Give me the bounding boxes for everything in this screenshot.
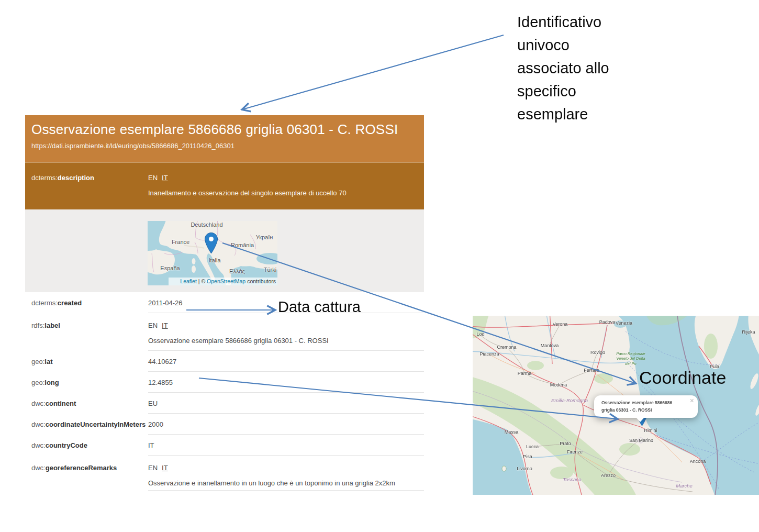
property-label: rdfs:label	[25, 313, 148, 351]
map-city-label: Parma	[518, 371, 532, 376]
map-city-label: Cremona	[497, 345, 516, 350]
lang-en: EN	[148, 174, 158, 182]
map-city-label: Venezia	[616, 320, 632, 326]
map-country-label: Deutschland	[191, 221, 222, 228]
property-prefix: dcterms:	[31, 174, 58, 182]
map-city-label: Lodi	[476, 331, 485, 337]
map-city-label: Modena	[550, 382, 567, 387]
property-name: description	[58, 174, 94, 182]
annotation-coordinate: Coordinate	[639, 368, 726, 388]
description-row: dcterms:description ENIT Inanellamento e…	[25, 162, 424, 209]
property-label: dwc:coordinateUncertaintyInMeters	[25, 420, 148, 428]
property-value: 44.10627	[148, 358, 424, 365]
property-value: 12.4855	[148, 379, 424, 386]
map-country-label: Türki	[264, 267, 276, 273]
property-row: geo:long 12.4855	[25, 372, 424, 393]
property-label: dwc:georeferenceRemarks	[25, 456, 148, 491]
property-text: Osservazione e inanellamento in un luogo…	[148, 479, 424, 487]
language-tabs: ENIT	[148, 464, 424, 472]
property-label: dwc:continent	[25, 400, 148, 407]
map-city-label: Ancona	[690, 459, 706, 464]
map-city-label: Piacenza	[479, 351, 499, 357]
map-city-label: Rijeka	[742, 329, 755, 335]
property-text: Inanellamento e osservazione del singolo…	[148, 189, 347, 197]
map-city-label: Pisa	[523, 454, 532, 459]
popup-tail	[636, 417, 644, 426]
property-label: dwc:countryCode	[25, 441, 148, 449]
property-label: dcterms:description	[25, 174, 148, 209]
map-country-label: España	[160, 265, 180, 271]
property-row: dwc:countryCode IT	[25, 435, 424, 456]
resource-card: Osservazione esemplare 5866686 griglia 0…	[25, 115, 424, 491]
arrow-identifier-line	[242, 35, 504, 109]
resource-uri: https://dati.isprambiente.it/ld/euring/o…	[31, 142, 417, 150]
map-city-label: Mantova	[541, 343, 559, 348]
property-row: dwc:coordinateUncertaintyInMeters 2000	[25, 414, 424, 435]
annotation-data-cattura: Data cattura	[278, 298, 361, 316]
property-value: EU	[148, 400, 424, 407]
map-attribution: Leaflet | © OpenStreetMap contributors	[169, 278, 277, 285]
map-city-label: San Marino	[629, 438, 653, 443]
property-label: dcterms:created	[25, 299, 148, 307]
map-city-label: Rimini	[644, 428, 657, 433]
property-value: ENIT Osservazione esemplare 5866686 grig…	[148, 313, 424, 351]
property-label: geo:lat	[25, 358, 148, 365]
property-value: ENIT Osservazione e inanellamento in un …	[148, 456, 424, 491]
leaflet-link[interactable]: Leaflet	[180, 278, 197, 284]
lang-en: EN	[148, 322, 158, 329]
map-country-label: Україн	[256, 234, 273, 240]
map-city-label: Verona	[553, 322, 568, 327]
map-marker-icon[interactable]	[204, 232, 218, 254]
property-row: dwc:georeferenceRemarks ENIT Osservazion…	[25, 456, 424, 491]
property-row: dcterms:created 2011-04-26	[25, 292, 424, 313]
property-value: IT	[148, 441, 424, 449]
map-region-label: Marche	[676, 483, 693, 489]
map-band: Deutschland France Україн România Italia…	[25, 209, 424, 292]
osm-link[interactable]: OpenStreetMap	[207, 278, 245, 284]
thumbnail-map[interactable]: Deutschland France Україн România Italia…	[148, 221, 277, 285]
map-country-label: Ελλάς	[229, 268, 245, 274]
property-row: rdfs:label ENIT Osservazione esemplare 5…	[25, 313, 424, 351]
detail-map[interactable]: Venezia Padova Rovigo Verona Mantova Cre…	[473, 316, 759, 495]
map-city-label: Lucca	[526, 444, 539, 449]
annotation-identifier: Identificativo univoco associato allo sp…	[517, 10, 630, 126]
map-city-label: Livorno	[517, 466, 532, 471]
language-tabs: ENIT	[148, 174, 347, 182]
property-label: geo:long	[25, 379, 148, 386]
property-row: dwc:continent EU	[25, 393, 424, 414]
map-region-label: Toscana	[563, 476, 582, 482]
map-city-label: Arezzo	[601, 473, 616, 478]
description-value: ENIT Inanellamento e osservazione del si…	[148, 174, 347, 209]
lang-en: EN	[148, 464, 158, 472]
property-value: 2000	[148, 420, 424, 428]
map-country-label: România	[231, 242, 254, 248]
map-popup: Osservazione esemplare 5866686 griglia 0…	[594, 395, 698, 418]
map-city-label: Firenze	[567, 449, 583, 455]
map-park-label: Parco Regionale Veneto del Delta del Po	[614, 351, 648, 366]
page: { "colors":{"header_bg":"#c5803a","descr…	[0, 0, 759, 532]
lang-it-link[interactable]: IT	[162, 322, 168, 329]
map-city-label: Massa	[505, 429, 519, 435]
page-title: Osservazione esemplare 5866686 griglia 0…	[31, 121, 417, 138]
lang-it-link[interactable]: IT	[162, 174, 168, 182]
map-city-label: Prato	[560, 441, 571, 446]
close-icon[interactable]: ×	[690, 397, 694, 404]
map-city-label: Padova	[599, 319, 616, 325]
lang-it-link[interactable]: IT	[162, 464, 168, 472]
map-country-label: France	[172, 239, 189, 245]
map-country-label: Italia	[208, 257, 220, 263]
language-tabs: ENIT	[148, 322, 424, 329]
property-text: Osservazione esemplare 5866686 griglia 0…	[148, 337, 424, 345]
card-header: Osservazione esemplare 5866686 griglia 0…	[25, 115, 424, 162]
popup-text: Osservazione esemplare 5866686 griglia 0…	[601, 400, 685, 414]
map-city-label: Rovigo	[590, 350, 605, 355]
map-city-label: Ferrara	[584, 368, 599, 373]
map-region-label: Emilia-Romagna	[551, 397, 588, 403]
property-row: geo:lat 44.10627	[25, 351, 424, 372]
